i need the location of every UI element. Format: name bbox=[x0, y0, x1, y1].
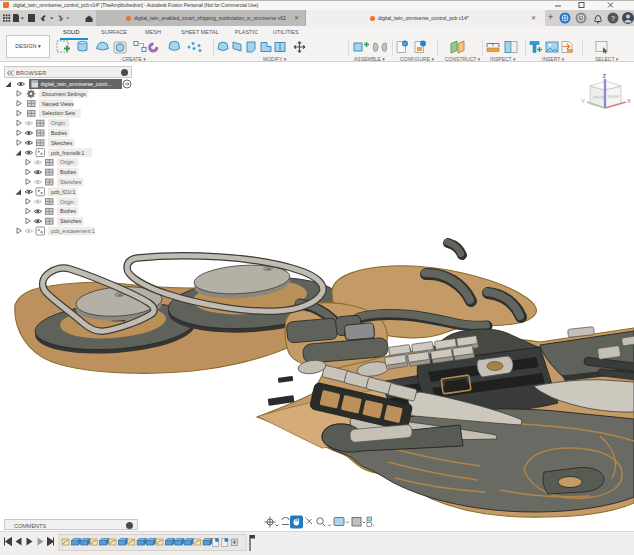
svg-text:Selection Sets: Selection Sets bbox=[42, 110, 76, 116]
svg-text:Bodies: Bodies bbox=[60, 169, 76, 175]
svg-text:X: X bbox=[627, 98, 631, 104]
svg-text:RIGHT: RIGHT bbox=[608, 94, 621, 99]
svg-text:pcb_fCU:1: pcb_fCU:1 bbox=[51, 189, 76, 195]
svg-text:Document Settings: Document Settings bbox=[42, 91, 86, 97]
svg-text:?: ? bbox=[611, 15, 615, 22]
svg-text:Named Views: Named Views bbox=[42, 101, 74, 107]
svg-text:Origin: Origin bbox=[51, 120, 65, 126]
svg-text:pcb_frontsilk:1: pcb_frontsilk:1 bbox=[51, 150, 85, 156]
svg-text:Y: Y bbox=[581, 98, 585, 104]
svg-text:Sketches: Sketches bbox=[51, 140, 73, 146]
svg-text:Bodies: Bodies bbox=[60, 208, 76, 214]
svg-text:Z: Z bbox=[603, 73, 607, 79]
svg-text:pcb_encasement:1: pcb_encasement:1 bbox=[51, 228, 95, 234]
svg-text:digital_twin_omniverse_contr..: digital_twin_omniverse_contr... bbox=[41, 81, 112, 87]
svg-text:Origin: Origin bbox=[60, 199, 74, 205]
svg-text:Sketches: Sketches bbox=[60, 218, 82, 224]
svg-text:Sketches: Sketches bbox=[60, 179, 82, 185]
svg-text:Origin: Origin bbox=[60, 159, 74, 165]
svg-text:Bodies: Bodies bbox=[51, 130, 67, 136]
